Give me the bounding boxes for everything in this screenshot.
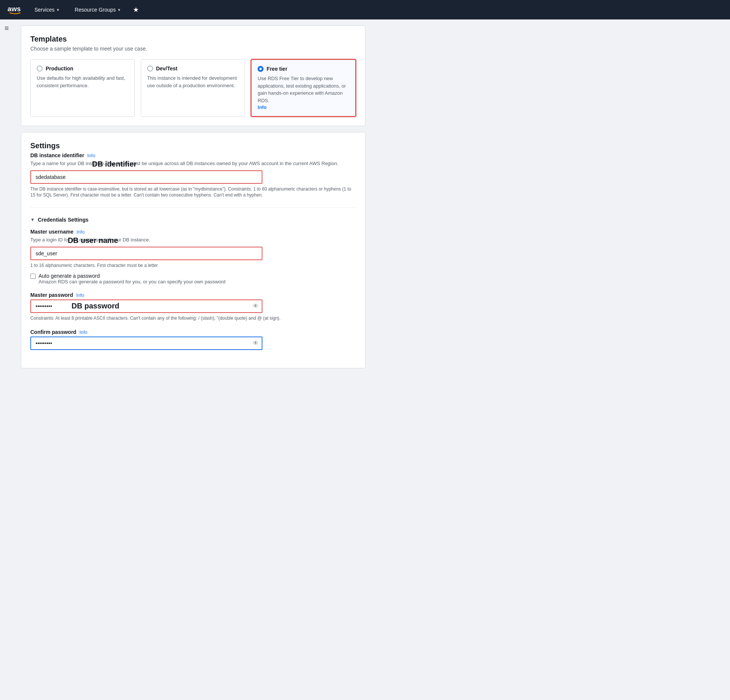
sidebar-toggle-button[interactable]: ≡ [0, 19, 13, 37]
master-password-input[interactable] [30, 299, 262, 313]
resource-groups-label: Resource Groups [75, 7, 116, 13]
services-label: Services [34, 7, 55, 13]
master-username-info-link[interactable]: Info [76, 229, 85, 235]
confirm-password-input-wrapper: 👁 [30, 337, 262, 350]
main-content: Templates Choose a sample template to me… [13, 19, 373, 380]
resource-groups-arrow-icon: ▼ [117, 8, 121, 12]
template-option-production[interactable]: Production Use defaults for high availab… [30, 59, 135, 117]
template-option-freetier[interactable]: Free tier Use RDS Free Tier to develop n… [251, 59, 356, 117]
navbar: aws Services ▼ Resource Groups ▼ ★ [0, 0, 730, 19]
confirm-password-eye-icon[interactable]: 👁 [253, 340, 259, 347]
freetier-name: Free tier [267, 66, 287, 72]
devtest-desc: This instance is intended for developmen… [147, 74, 239, 89]
master-username-desc: Type a login ID for the master user of y… [30, 236, 356, 244]
db-identifier-info-link[interactable]: Info [87, 153, 95, 158]
template-options-container: Production Use defaults for high availab… [30, 59, 356, 117]
db-identifier-group: DB instance identifier Info Type a name … [30, 152, 356, 208]
production-desc: Use defaults for high availability and f… [37, 74, 128, 89]
master-password-label-row: Master password Info [30, 292, 356, 298]
confirm-password-input[interactable] [30, 337, 262, 350]
svg-text:aws: aws [7, 5, 21, 13]
freetier-radio[interactable] [258, 66, 264, 72]
production-name: Production [46, 66, 73, 71]
freetier-desc: Use RDS Free Tier to develop new applica… [258, 75, 349, 104]
credentials-caret-icon: ▼ [30, 217, 35, 222]
templates-title: Templates [30, 35, 356, 43]
master-username-input-wrapper: DB user name [30, 247, 356, 260]
confirm-password-info-link[interactable]: Info [79, 329, 88, 335]
auto-generate-checkbox[interactable] [30, 274, 36, 279]
confirm-password-group: Confirm password Info 👁 [30, 329, 356, 350]
templates-subtitle: Choose a sample template to meet your us… [30, 46, 356, 52]
template-option-devtest[interactable]: Dev/Test This instance is intended for d… [141, 59, 245, 117]
production-header: Production [37, 66, 128, 71]
templates-card: Templates Choose a sample template to me… [21, 25, 365, 126]
services-nav-item[interactable]: Services ▼ [31, 5, 63, 14]
db-identifier-input[interactable] [30, 170, 262, 184]
master-password-group: Master password Info DB password 👁 Const… [30, 292, 356, 322]
db-identifier-label-row: DB instance identifier Info [30, 152, 356, 158]
master-password-info-link[interactable]: Info [76, 292, 84, 298]
aws-logo-container[interactable]: aws [7, 5, 22, 14]
devtest-header: Dev/Test [147, 66, 239, 71]
confirm-password-label-text: Confirm password [30, 329, 76, 335]
freetier-header: Free tier [258, 66, 349, 72]
auto-generate-row: Auto generate a password Amazon RDS can … [30, 273, 356, 284]
settings-card: Settings DB instance identifier Info Typ… [21, 132, 365, 368]
auto-generate-label-wrap: Auto generate a password Amazon RDS can … [39, 273, 225, 284]
production-radio[interactable] [37, 66, 43, 71]
master-password-label-text: Master password [30, 292, 73, 298]
freetier-info-link[interactable]: Info [258, 104, 267, 110]
credentials-label: Credentials Settings [38, 217, 88, 223]
db-identifier-label-text: DB instance identifier [30, 152, 84, 158]
master-username-label-row: Master username Info [30, 229, 356, 235]
master-password-input-wrapper: DB password 👁 [30, 299, 262, 313]
devtest-radio[interactable] [147, 66, 153, 71]
services-arrow-icon: ▼ [56, 8, 60, 12]
auto-generate-desc: Amazon RDS can generate a password for y… [39, 279, 225, 284]
master-username-input[interactable] [30, 247, 262, 260]
db-identifier-desc: Type a name for your DB instance. The na… [30, 160, 356, 167]
settings-title: Settings [30, 141, 356, 150]
master-password-constraint: Constraints: At least 8 printable ASCII … [30, 315, 356, 322]
credentials-group: ▼ Credentials Settings Master username I… [30, 217, 356, 359]
resource-groups-nav-item[interactable]: Resource Groups ▼ [72, 5, 124, 14]
master-username-label-text: Master username [30, 229, 73, 235]
favorites-icon[interactable]: ★ [133, 6, 139, 14]
master-username-group: Master username Info Type a login ID for… [30, 229, 356, 284]
master-password-eye-icon[interactable]: 👁 [253, 303, 259, 310]
devtest-name: Dev/Test [156, 66, 177, 71]
db-identifier-input-wrapper: DB identifier [30, 170, 356, 184]
master-username-constraint: 1 to 16 alphanumeric characters. First c… [30, 262, 356, 269]
auto-generate-title: Auto generate a password [39, 273, 225, 279]
confirm-password-label-row: Confirm password Info [30, 329, 356, 335]
credentials-header[interactable]: ▼ Credentials Settings [30, 217, 356, 223]
db-identifier-constraint: The DB instance identifier is case-insen… [30, 186, 356, 199]
